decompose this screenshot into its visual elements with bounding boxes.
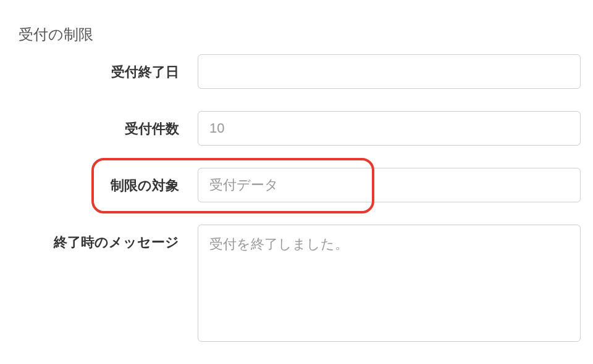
end-message-textarea[interactable] — [198, 225, 581, 342]
form-row-target: 制限の対象 — [0, 168, 581, 202]
count-label: 受付件数 — [0, 111, 198, 138]
end-message-label: 終了時のメッセージ — [0, 225, 198, 252]
count-input[interactable] — [198, 111, 581, 146]
section-title: 受付の制限 — [19, 25, 93, 44]
form-row-end-date: 受付終了日 — [0, 54, 581, 89]
form-row-message: 終了時のメッセージ — [0, 225, 581, 342]
form-row-count: 受付件数 — [0, 111, 581, 146]
end-date-label: 受付終了日 — [0, 54, 198, 81]
end-date-input[interactable] — [198, 54, 581, 89]
target-label: 制限の対象 — [0, 168, 198, 195]
target-input[interactable] — [198, 168, 581, 202]
